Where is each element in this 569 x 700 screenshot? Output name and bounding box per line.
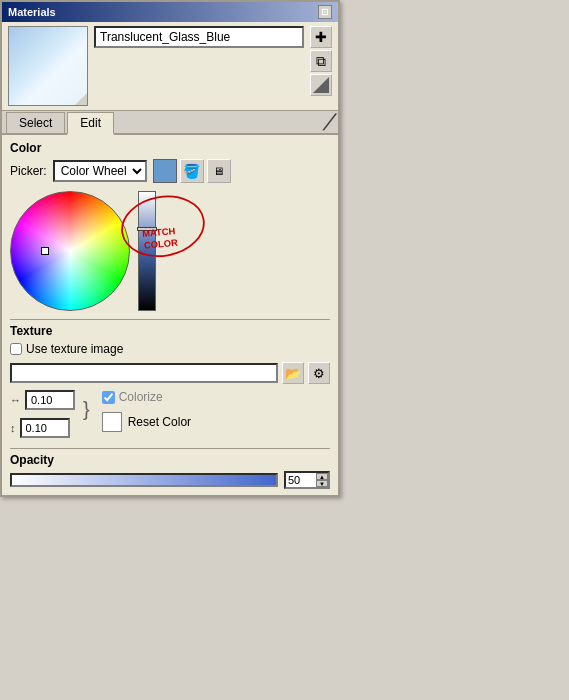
horizontal-arrow-icon: ↔ <box>10 394 21 406</box>
material-thumbnail[interactable] <box>8 26 88 106</box>
material-preview-area: ✚ ⧉ <box>2 22 338 111</box>
height-scale-input[interactable] <box>20 418 70 438</box>
add-material-button[interactable]: ✚ <box>310 26 332 48</box>
opacity-input-wrapper: ▲ ▼ <box>284 471 330 489</box>
wheel-selector <box>41 247 49 255</box>
color-tools-row: 🪣 🖥 <box>153 159 231 183</box>
texture-options-button[interactable]: ⚙ <box>308 362 330 384</box>
screen-color-button[interactable]: 🖥 <box>207 159 231 183</box>
tab-edit[interactable]: Edit <box>67 112 114 135</box>
colorize-row: Colorize <box>102 390 191 404</box>
height-scale-row: ↕ <box>10 418 75 438</box>
width-scale-input[interactable] <box>25 390 75 410</box>
materials-window: Materials ⊡ ✚ ⧉ Select Edit <box>0 0 340 497</box>
paint-bucket-icon: 🪣 <box>183 163 200 179</box>
eyedropper-tab-button[interactable]: ╱ <box>322 111 334 133</box>
tabs-bar: Select Edit ╱ <box>2 111 338 135</box>
color-swatch[interactable] <box>153 159 177 183</box>
opacity-section-label: Opacity <box>10 453 330 467</box>
secondary-thumbnail[interactable] <box>310 74 332 96</box>
picker-select[interactable]: Color Wheel HLS RGB HSB <box>55 162 145 180</box>
material-name-area <box>94 26 304 48</box>
add-icon: ✚ <box>315 29 327 45</box>
window-restore-button[interactable]: ⊡ <box>318 5 332 19</box>
triangle-corner-icon <box>313 77 329 93</box>
tab-select[interactable]: Select <box>6 112 65 133</box>
title-bar: Materials ⊡ <box>2 2 338 22</box>
opacity-section: Opacity ▲ ▼ <box>10 448 330 489</box>
tab-select-label: Select <box>19 116 52 130</box>
color-reset-area: Colorize Reset Color <box>102 390 191 432</box>
opacity-decrement-button[interactable]: ▼ <box>316 480 328 487</box>
color-wheel[interactable] <box>10 191 130 311</box>
texture-path-input[interactable] <box>10 363 278 383</box>
browse-texture-button[interactable]: 📂 <box>282 362 304 384</box>
window-title: Materials <box>8 6 56 18</box>
opacity-increment-button[interactable]: ▲ <box>316 473 328 480</box>
scale-inputs: ↔ ↕ <box>10 390 75 442</box>
color-section-label: Color <box>10 141 330 155</box>
side-buttons: ✚ ⧉ <box>310 26 332 96</box>
use-texture-checkbox[interactable] <box>10 343 22 355</box>
color-wheel-section: MATCH COLOR <box>10 191 330 311</box>
screen-icon: 🖥 <box>213 165 224 177</box>
dropper-icon: ╱ <box>324 114 332 130</box>
duplicate-material-button[interactable]: ⧉ <box>310 50 332 72</box>
texture-section: Texture Use texture image 📂 ⚙ ↔ <box>10 319 330 442</box>
settings-icon: ⚙ <box>313 366 325 381</box>
color-wheel-area <box>10 191 330 311</box>
picker-select-wrapper: Color Wheel HLS RGB HSB <box>53 160 147 182</box>
reset-color-swatch[interactable] <box>102 412 122 432</box>
opacity-spinner: ▲ ▼ <box>316 473 328 487</box>
colorize-label: Colorize <box>119 390 163 404</box>
tab-edit-label: Edit <box>80 116 101 130</box>
duplicate-icon: ⧉ <box>316 53 326 70</box>
reset-row: Reset Color <box>102 412 191 432</box>
paint-bucket-button[interactable]: 🪣 <box>180 159 204 183</box>
material-name-input[interactable] <box>94 26 304 48</box>
texture-section-label: Texture <box>10 324 330 338</box>
panel-content: Color Picker: Color Wheel HLS RGB HSB 🪣 <box>2 135 338 495</box>
picker-row: Picker: Color Wheel HLS RGB HSB 🪣 🖥 <box>10 159 330 183</box>
use-texture-row: Use texture image <box>10 342 330 356</box>
opacity-slider[interactable] <box>10 473 278 487</box>
colorize-checkbox[interactable] <box>102 391 115 404</box>
link-icon[interactable]: } <box>83 398 90 421</box>
scale-section: ↔ ↕ } Colorize <box>10 390 330 442</box>
opacity-input[interactable] <box>286 473 316 487</box>
width-scale-row: ↔ <box>10 390 75 410</box>
brightness-handle <box>137 227 157 231</box>
use-texture-label: Use texture image <box>26 342 123 356</box>
vertical-arrow-icon: ↕ <box>10 422 16 434</box>
link-area: } <box>83 390 90 421</box>
texture-input-row: 📂 ⚙ <box>10 362 330 384</box>
reset-color-label: Reset Color <box>128 415 191 429</box>
title-bar-buttons: ⊡ <box>318 5 332 19</box>
picker-label: Picker: <box>10 164 47 178</box>
brightness-slider[interactable] <box>138 191 156 311</box>
folder-icon: 📂 <box>285 366 301 381</box>
opacity-row: ▲ ▼ <box>10 471 330 489</box>
